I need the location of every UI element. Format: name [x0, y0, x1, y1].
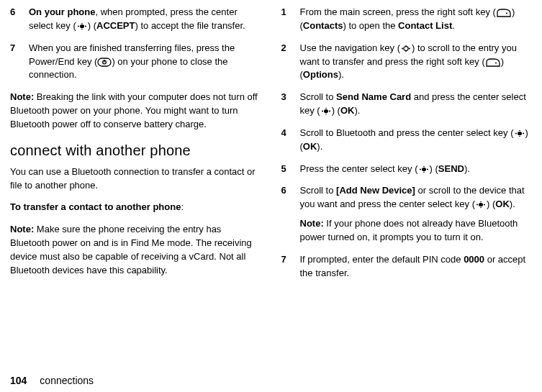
step-body: If prompted, enter the default PIN code …: [300, 253, 533, 281]
note-body: If your phone does not already have Blue…: [300, 218, 518, 242]
svg-point-4: [80, 24, 84, 28]
page-footer: 104 connections: [10, 370, 532, 388]
right-column: 1 From the main screen, press the right …: [281, 6, 533, 370]
note-lead: Note:: [10, 224, 34, 234]
svg-point-33: [480, 207, 482, 209]
text: ).: [510, 199, 515, 209]
note-lead: Note:: [10, 91, 34, 102]
step-number: 5: [281, 163, 300, 176]
svg-point-15: [322, 111, 323, 112]
step-number: 6: [281, 184, 300, 244]
note-body: Breaking the link with your computer doe…: [10, 91, 258, 129]
two-column-layout: 6 On your phone, when prompted, press th…: [10, 6, 532, 370]
svg-point-22: [519, 130, 520, 132]
svg-point-19: [324, 109, 328, 113]
note-lead: Note:: [300, 218, 324, 229]
step-number: 2: [281, 42, 300, 83]
note-body: Make sure the phone receiving the entry …: [10, 224, 252, 275]
svg-point-3: [81, 29, 83, 30]
step-number: 1: [281, 6, 300, 33]
ui-label: [Add New Device]: [336, 185, 415, 196]
emphasis: On your phone: [29, 6, 95, 17]
step-body: From the main screen, press the right so…: [300, 6, 533, 33]
text: Use the navigation key (: [300, 42, 400, 53]
manual-page: 6 On your phone, when prompted, press th…: [0, 0, 542, 392]
step-1: 1 From the main screen, press the right …: [281, 6, 533, 33]
section-label: connections: [40, 373, 94, 388]
text: Scroll to: [300, 185, 337, 196]
svg-point-26: [427, 168, 428, 170]
step-body: Press the center select key () (SEND).: [300, 163, 533, 176]
svg-point-30: [476, 204, 478, 206]
svg-point-16: [329, 111, 330, 112]
step-body: On your phone, when prompted, press the …: [29, 6, 261, 33]
left-column: 6 On your phone, when prompted, press th…: [10, 6, 261, 370]
svg-point-11: [405, 45, 407, 46]
step-5: 5 Press the center select key () (SEND).: [281, 163, 533, 176]
svg-point-1: [85, 25, 86, 27]
right-soft-key-icon: [485, 58, 501, 68]
svg-point-34: [479, 203, 483, 206]
svg-point-9: [402, 47, 403, 49]
ui-label: OK: [495, 199, 510, 209]
text: ) (: [430, 163, 438, 174]
text: ).: [464, 163, 470, 174]
step-number: 3: [281, 91, 300, 118]
center-select-key-icon: [475, 200, 487, 209]
svg-point-31: [484, 204, 485, 206]
sub-heading: To transfer a contact to another phone:: [10, 201, 261, 214]
text: From the main screen, press the right so…: [300, 6, 496, 17]
pin-code: 0000: [464, 254, 484, 265]
svg-point-12: [405, 50, 407, 52]
step-7-right: 7 If prompted, enter the default PIN cod…: [281, 253, 533, 281]
step-6-right: 6 Scroll to [Add New Device] or scroll t…: [281, 184, 533, 244]
step-2: 2 Use the navigation key () to scroll to…: [281, 42, 533, 83]
power-end-key-icon: [97, 58, 112, 67]
ui-label: OK: [340, 105, 355, 116]
step-body: Scroll to Send Name Card and press the c…: [300, 91, 533, 118]
ui-label: Options: [303, 69, 338, 80]
note-paragraph: Note: Breaking the link with your comput…: [10, 91, 261, 132]
center-select-key-icon: [418, 165, 430, 174]
step-7-left: 7 When you are finished transferring fil…: [10, 42, 261, 83]
step-number: 7: [281, 253, 300, 281]
step-body: Scroll to [Add New Device] or scroll to …: [300, 184, 533, 244]
navigation-key-icon: [400, 44, 412, 53]
step-body: Scroll to Bluetooth and press the center…: [300, 127, 533, 154]
svg-point-0: [78, 25, 79, 27]
svg-point-14: [495, 62, 497, 63]
step-body: When you are finished transferring files…: [29, 42, 261, 83]
ui-label: SEND: [438, 163, 464, 174]
ui-label: ACCEPT: [96, 20, 135, 31]
page-number: 104: [10, 373, 27, 388]
text: ) to open the: [343, 20, 398, 31]
svg-point-17: [325, 108, 327, 109]
step-number: 4: [281, 127, 300, 154]
svg-point-23: [519, 136, 520, 137]
center-select-key-icon: [320, 106, 332, 116]
ui-label: Contact List: [398, 20, 452, 31]
text: .: [452, 20, 455, 31]
text: ) to accept the file transfer.: [135, 20, 245, 31]
ui-label: Send Name Card: [336, 91, 411, 102]
svg-point-13: [404, 46, 408, 50]
step-number: 7: [10, 42, 29, 83]
center-select-key-icon: [514, 129, 525, 138]
text: ).: [354, 105, 360, 116]
text: Scroll to: [300, 91, 337, 102]
step-4: 4 Scroll to Bluetooth and press the cent…: [281, 127, 533, 154]
text: ).: [338, 69, 344, 80]
text: ) (: [487, 199, 495, 209]
right-soft-key-icon: [496, 8, 512, 18]
ui-label: OK: [303, 141, 317, 152]
svg-point-25: [420, 168, 421, 170]
text: If prompted, enter the default PIN code: [300, 254, 464, 265]
ui-label: Contacts: [303, 20, 343, 31]
step-number: 6: [10, 6, 29, 33]
svg-point-24: [518, 132, 522, 135]
step-body: Use the navigation key () to scroll to t…: [300, 42, 533, 83]
section-heading: connect with another phone: [10, 140, 261, 161]
svg-point-28: [423, 171, 425, 173]
svg-point-8: [506, 13, 507, 14]
note-paragraph: Note: Make sure the phone receiving the …: [10, 223, 261, 277]
